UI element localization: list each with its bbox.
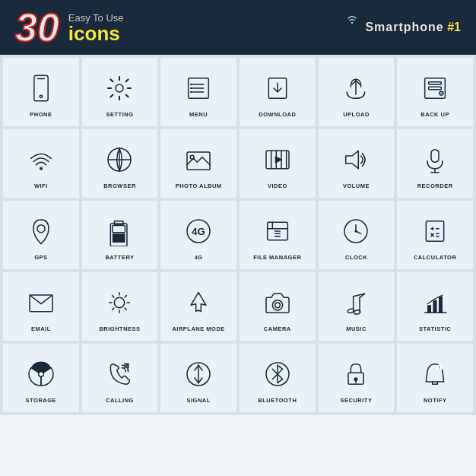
music-label: MUSIC xyxy=(346,325,367,332)
number-display: 30 xyxy=(15,8,59,47)
svg-rect-36 xyxy=(431,149,439,162)
icon-cell-upload[interactable]: UPLOAD xyxy=(319,58,395,126)
header-left: 30 Easy To Use icons xyxy=(15,8,124,47)
setting-icon xyxy=(100,68,139,108)
icon-cell-calculator[interactable]: CALCULATOR xyxy=(397,201,473,269)
icon-cell-email[interactable]: EMAIL xyxy=(3,272,79,341)
airplane-mode-label: AIRPLANE MODE xyxy=(172,325,224,332)
menu-label: MENU xyxy=(189,111,208,118)
icon-cell-storage[interactable]: STORAGE xyxy=(3,344,79,412)
svg-rect-84 xyxy=(433,300,437,313)
svg-point-96 xyxy=(354,377,358,381)
icon-cell-recorder[interactable]: RECORDER xyxy=(397,129,473,198)
recorder-label: RECORDER xyxy=(417,182,453,189)
backup-icon xyxy=(415,68,455,108)
volume-label: VOLUME xyxy=(343,182,370,189)
svg-point-65 xyxy=(115,297,125,307)
svg-point-6 xyxy=(40,95,42,97)
music-icon xyxy=(336,283,376,322)
svg-marker-35 xyxy=(346,151,359,168)
icon-cell-gps[interactable]: GPS xyxy=(3,201,79,269)
header-text: Easy To Use icons xyxy=(68,12,124,43)
smartphone-header-icon xyxy=(327,12,357,43)
icon-cell-menu[interactable]: MENU xyxy=(160,58,236,126)
svg-line-70 xyxy=(113,295,114,297)
icon-cell-file-manager[interactable]: FILE MANAGER xyxy=(240,201,316,269)
svg-point-22 xyxy=(441,92,443,94)
recorder-icon xyxy=(415,140,455,179)
file-manager-icon xyxy=(258,211,297,251)
icon-cell-video[interactable]: VIDEO xyxy=(240,129,316,198)
icon-cell-music[interactable]: MUSIC xyxy=(319,272,395,341)
download-label: DOWNLOAD xyxy=(259,111,296,118)
backup-label: BACK UP xyxy=(420,111,449,118)
icon-cell-photo-album[interactable]: PHOTO ALBUM xyxy=(160,129,236,198)
icon-cell-download[interactable]: DOWNLOAD xyxy=(240,58,316,126)
video-label: VIDEO xyxy=(268,182,287,189)
icon-cell-wifi[interactable]: WIFI xyxy=(3,129,79,198)
icon-cell-browser[interactable]: BROWSER xyxy=(82,129,158,198)
phone-label: PHONE xyxy=(30,111,52,118)
clock-icon xyxy=(336,211,376,251)
wifi-label: WIFI xyxy=(34,182,48,189)
bluetooth-icon xyxy=(258,354,297,394)
icon-cell-brightness[interactable]: BRIGHTNESS xyxy=(82,272,158,341)
icon-cell-calling[interactable]: CALLING xyxy=(82,344,158,412)
icon-cell-notify[interactable]: ! NOTIFY xyxy=(397,344,473,412)
file-manager-label: FILE MANAGER xyxy=(253,254,301,261)
email-icon xyxy=(21,283,61,322)
icon-cell-setting[interactable]: SETTING xyxy=(82,58,158,126)
brightness-icon xyxy=(100,283,139,322)
icon-cell-clock[interactable]: CLOCK xyxy=(319,201,395,269)
icon-cell-statistic[interactable]: STATISTIC xyxy=(397,272,473,341)
svg-rect-56 xyxy=(426,221,443,241)
icon-cell-battery[interactable]: BATTERY xyxy=(82,201,158,269)
calling-icon xyxy=(100,354,139,394)
header: 30 Easy To Use icons Smartphone #1 xyxy=(0,0,476,55)
icon-cell-camera[interactable]: CAMERA xyxy=(240,272,316,341)
brand-name: Smartphone xyxy=(365,21,443,33)
security-label: SECURITY xyxy=(341,397,373,404)
svg-rect-20 xyxy=(429,87,442,89)
photo-album-label: PHOTO ALBUM xyxy=(176,182,222,189)
airplane-mode-icon xyxy=(179,283,218,322)
icon-cell-phone[interactable]: PHONE xyxy=(3,58,79,126)
download-icon xyxy=(258,68,297,108)
svg-point-55 xyxy=(355,230,357,232)
battery-label: BATTERY xyxy=(105,254,134,261)
svg-point-74 xyxy=(272,300,282,309)
icon-cell-bluetooth[interactable]: BLUETOOTH xyxy=(240,344,316,412)
svg-rect-83 xyxy=(427,305,431,313)
camera-icon xyxy=(258,283,297,322)
icon-cell-airplane-mode[interactable]: AIRPLANE MODE xyxy=(160,272,236,341)
svg-point-28 xyxy=(190,155,194,159)
menu-icon xyxy=(179,68,218,108)
icon-cell-security[interactable]: SECURITY xyxy=(319,344,395,412)
security-icon xyxy=(336,354,376,394)
email-label: EMAIL xyxy=(31,325,51,332)
notify-icon: ! xyxy=(415,354,455,394)
brand-num: #1 xyxy=(447,21,461,33)
svg-line-72 xyxy=(125,295,127,297)
signal-icon xyxy=(179,354,218,394)
notify-label: NOTIFY xyxy=(424,397,447,404)
gps-label: GPS xyxy=(34,254,47,261)
main-title: icons xyxy=(68,24,124,43)
svg-line-73 xyxy=(113,308,114,309)
icon-cell-volume[interactable]: VOLUME xyxy=(319,129,395,198)
camera-label: CAMERA xyxy=(264,325,291,332)
icon-cell-backup[interactable]: BACK UP xyxy=(397,58,473,126)
gps-icon xyxy=(21,211,61,251)
video-icon xyxy=(258,140,297,179)
photo-album-icon xyxy=(179,140,218,179)
browser-icon xyxy=(100,140,139,179)
svg-point-2 xyxy=(339,32,341,34)
svg-rect-85 xyxy=(439,296,443,313)
brightness-label: BRIGHTNESS xyxy=(99,325,140,332)
icon-cell-4g[interactable]: 4G 4G xyxy=(160,201,236,269)
phone-icon xyxy=(21,68,61,108)
storage-label: STORAGE xyxy=(26,397,56,404)
svg-rect-4 xyxy=(34,75,48,100)
icon-cell-signal[interactable]: SIGNAL xyxy=(160,344,236,412)
svg-rect-43 xyxy=(113,225,125,232)
